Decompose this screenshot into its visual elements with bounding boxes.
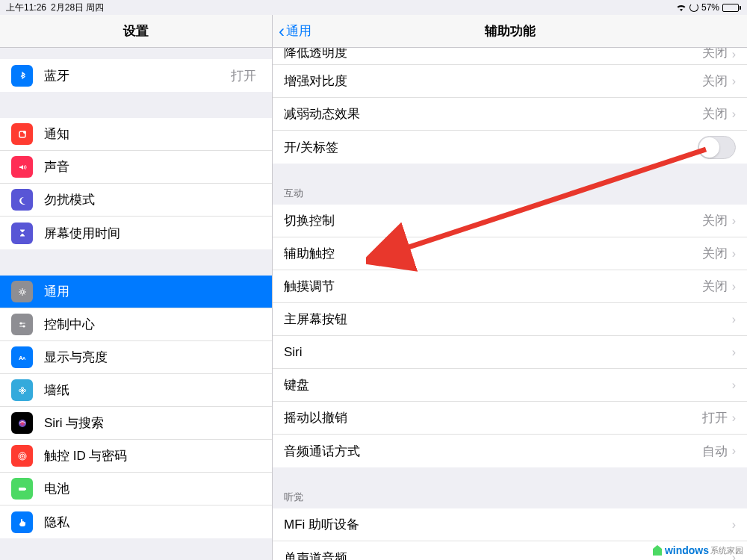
sidebar-item-wallpaper[interactable]: 墙纸: [0, 374, 272, 407]
svg-point-17: [22, 455, 23, 457]
detail-row-shake-undo[interactable]: 摇动以撤销 打开›: [273, 402, 747, 435]
toggle-switch[interactable]: [698, 136, 736, 159]
moon-icon: [11, 189, 33, 211]
row-value: 关闭: [702, 212, 728, 229]
sidebar-item-battery[interactable]: 电池: [0, 473, 272, 505]
row-label: 辅助触控: [284, 245, 702, 262]
detail-pane: ‹ 通用 辅助功能 降低透明度 关闭 › 增强对比度 关闭› 减弱动态效果 关闭…: [273, 15, 747, 560]
row-label: 显示与亮度: [44, 349, 261, 366]
siri-icon: [11, 412, 33, 434]
flower-icon: [11, 379, 33, 401]
chevron-right-icon: ›: [732, 518, 736, 532]
detail-row-call-audio[interactable]: 音频通话方式 自动›: [273, 435, 747, 467]
sidebar-item-sounds[interactable]: 声音: [0, 151, 272, 184]
row-label: 勿扰模式: [44, 191, 261, 208]
chevron-right-icon: ›: [732, 247, 736, 261]
chevron-right-icon: ›: [732, 214, 736, 228]
row-label: 屏幕使用时间: [44, 225, 261, 242]
row-label: 控制中心: [44, 316, 261, 333]
detail-row-touch-accommodations[interactable]: 触摸调节 关闭›: [273, 270, 747, 303]
sidebar-item-siri[interactable]: Siri 与搜索: [0, 407, 272, 440]
aa-icon: AA: [11, 346, 33, 368]
row-label: 切换控制: [284, 212, 702, 229]
sidebar-title: 设置: [123, 22, 149, 40]
row-label: 主屏幕按钮: [284, 311, 732, 328]
notify-icon: [11, 123, 33, 145]
chevron-left-icon: ‹: [279, 21, 285, 42]
row-label: Siri 与搜索: [44, 414, 261, 432]
detail-row-home-button[interactable]: 主屏幕按钮 ›: [273, 303, 747, 336]
wifi-icon: [676, 4, 686, 11]
status-time: 上午11:26: [6, 1, 46, 14]
row-label: 增强对比度: [284, 72, 702, 90]
detail-row-reduce-transparency[interactable]: 降低透明度 关闭 ›: [273, 48, 747, 64]
sidebar-item-general[interactable]: 通用: [0, 276, 272, 308]
svg-point-13: [23, 389, 25, 391]
chevron-right-icon: ›: [732, 379, 736, 392]
svg-point-2: [21, 290, 24, 293]
status-date: 2月28日 周四: [51, 1, 104, 14]
sidebar-item-bluetooth[interactable]: 蓝牙 打开: [0, 59, 272, 92]
svg-point-10: [21, 387, 23, 389]
sidebar-item-privacy[interactable]: 隐私: [0, 505, 272, 538]
settings-sidebar: 设置 蓝牙 打开 通知 声音 勿扰模式 屏幕使用时间 通用: [0, 15, 273, 560]
row-value: 关闭: [702, 245, 728, 262]
svg-point-12: [19, 389, 21, 391]
back-button[interactable]: ‹ 通用: [273, 21, 311, 42]
row-label: Siri: [284, 345, 732, 360]
status-bar: 上午11:26 2月28日 周四 57%: [0, 0, 747, 15]
detail-row-mfi-hearing[interactable]: MFi 助听设备 ›: [273, 508, 747, 541]
detail-title: 辅助功能: [485, 22, 536, 40]
switches-icon: [11, 314, 33, 335]
sidebar-item-display[interactable]: AA 显示与亮度: [0, 341, 272, 374]
row-value: 打开: [231, 67, 256, 84]
svg-point-1: [23, 131, 26, 134]
detail-row-keyboard[interactable]: 键盘 ›: [273, 369, 747, 402]
chevron-right-icon: ›: [732, 411, 736, 425]
sound-icon: [11, 156, 33, 178]
row-value: 关闭: [702, 72, 728, 90]
row-value: 关闭: [702, 278, 728, 295]
chevron-right-icon: ›: [732, 346, 736, 359]
row-value: 自动: [702, 443, 728, 460]
svg-rect-18: [19, 488, 25, 491]
hand-icon: [11, 511, 33, 533]
sidebar-item-screentime[interactable]: 屏幕使用时间: [0, 217, 272, 249]
chevron-right-icon: ›: [732, 280, 736, 293]
row-label: 摇动以撤销: [284, 409, 702, 426]
row-label: 键盘: [284, 376, 732, 393]
detail-row-siri-acc[interactable]: Siri ›: [273, 336, 747, 369]
row-label: 触摸调节: [284, 278, 702, 295]
sidebar-item-dnd[interactable]: 勿扰模式: [0, 184, 272, 217]
hourglass-icon: [11, 223, 33, 244]
svg-rect-4: [19, 323, 25, 324]
svg-point-11: [21, 391, 23, 393]
row-label: 触控 ID 与密码: [44, 447, 261, 464]
row-label: 墙纸: [44, 382, 261, 399]
svg-point-16: [20, 454, 25, 458]
row-label: MFi 助听设备: [284, 516, 732, 533]
row-value: 打开: [702, 409, 728, 426]
detail-row-reduce-motion[interactable]: 减弱动态效果 关闭›: [273, 98, 747, 131]
battery-percent: 57%: [701, 2, 719, 13]
row-label: 音频通话方式: [284, 443, 702, 460]
detail-row-switch-control[interactable]: 切换控制 关闭›: [273, 205, 747, 237]
battery-icon: [722, 4, 741, 12]
svg-rect-19: [25, 488, 26, 490]
detail-row-assistive-touch[interactable]: 辅助触控 关闭›: [273, 237, 747, 270]
touchid-icon: [11, 445, 33, 467]
sidebar-item-notifications[interactable]: 通知: [0, 118, 272, 151]
back-label: 通用: [286, 22, 311, 40]
loading-icon: [689, 3, 698, 12]
detail-row-increase-contrast[interactable]: 增强对比度 关闭›: [273, 65, 747, 98]
svg-text:A: A: [22, 356, 26, 361]
svg-rect-22: [653, 549, 662, 556]
detail-row-on-off-labels[interactable]: 开/关标签: [273, 131, 747, 164]
detail-header: ‹ 通用 辅助功能: [273, 15, 747, 48]
section-header: 听觉: [273, 486, 747, 508]
section-header: 互动: [273, 182, 747, 205]
sidebar-item-control-center[interactable]: 控制中心: [0, 308, 272, 341]
sidebar-item-touchid[interactable]: 触控 ID 与密码: [0, 440, 272, 473]
sidebar-header: 设置: [0, 15, 272, 48]
row-label: 减弱动态效果: [284, 105, 702, 122]
